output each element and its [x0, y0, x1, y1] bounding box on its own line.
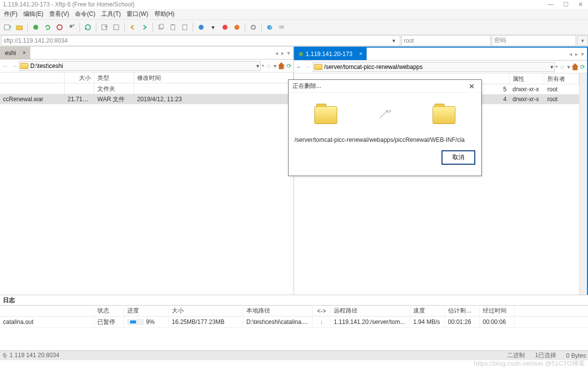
address-password[interactable]: 密码 [492, 35, 576, 46]
svg-point-5 [70, 25, 73, 28]
nav-back-icon[interactable]: ← [1, 62, 10, 70]
nav-fwd-icon[interactable]: → [10, 62, 19, 70]
th-size[interactable]: 大小 [169, 305, 243, 317]
reconnect-icon[interactable] [42, 22, 53, 33]
fwd-arrow-icon[interactable] [139, 22, 150, 33]
local-list-body[interactable]: ccRenewal.war 21.71MB WAR 文件 2019/4/12, … [0, 94, 294, 295]
status-bytes: 0 Bytes [566, 352, 586, 359]
cancel-button[interactable]: 取消 [441, 150, 475, 165]
gear-icon[interactable] [248, 22, 259, 33]
maximize-button[interactable]: ☐ [558, 0, 573, 9]
menu-bar: 件(F) 编辑(E) 查看(V) 命令(C) 工具(T) 窗口(W) 帮助(H) [0, 9, 588, 20]
log-panel-header[interactable]: 日志 [0, 295, 588, 306]
menu-view[interactable]: 查看(V) [46, 8, 72, 20]
close-button[interactable]: ✕ [573, 0, 588, 9]
close-icon[interactable]: × [359, 51, 362, 57]
address-url-text: sftp://1.119.141.20:8034 [3, 37, 68, 44]
svg-text:＋: ＋ [7, 23, 11, 30]
tab-menu-icon[interactable]: ▾ [581, 51, 584, 58]
connected-dot-icon [299, 52, 303, 56]
menu-edit[interactable]: 编辑(E) [20, 8, 46, 20]
open-icon[interactable] [14, 22, 25, 33]
svg-point-17 [222, 25, 227, 30]
svg-point-4 [57, 25, 62, 30]
col-attr[interactable]: 属性 [510, 73, 544, 84]
transfer-header: 状态 进度 大小 本地路径 <-> 远程路径 速度 估计剩余... 经过时间 [0, 306, 588, 317]
address-user[interactable]: root [401, 35, 491, 46]
col-type[interactable]: 类型 [94, 72, 134, 83]
refresh-small-icon[interactable]: ⟳ [580, 63, 585, 70]
nav-back-icon[interactable]: ← [295, 63, 304, 71]
new-session-icon[interactable]: ＋ [2, 22, 13, 33]
chevron-down-icon[interactable]: ▾ [390, 37, 398, 44]
chevron-down-icon[interactable]: ▾ [256, 63, 259, 69]
menu-command[interactable]: 命令(C) [72, 8, 98, 20]
refresh-icon[interactable] [82, 22, 93, 33]
tab-next-icon[interactable]: ▸ [575, 51, 578, 58]
disconnect-icon[interactable] [54, 22, 65, 33]
menu-help[interactable]: 帮助(H) [151, 8, 178, 20]
chat-icon[interactable] [276, 22, 287, 33]
svg-rect-22 [279, 25, 284, 29]
th-name[interactable] [0, 310, 94, 313]
address-dropdown-icon[interactable]: ▾ [577, 35, 588, 46]
svg-rect-12 [160, 24, 163, 28]
tab-next-icon[interactable]: ▸ [281, 50, 284, 57]
dialog-title: 正在删除... [293, 82, 466, 90]
connect-green-icon[interactable] [30, 22, 41, 33]
orange-icon[interactable] [231, 22, 242, 33]
minimize-button[interactable]: — [543, 0, 558, 9]
add-user-icon[interactable] [66, 22, 77, 33]
local-tab[interactable]: eshi × [0, 47, 30, 59]
globe-dropdown-icon[interactable]: ▾ [208, 22, 219, 33]
menu-tools[interactable]: 工具(T) [98, 8, 124, 20]
col-name[interactable] [0, 72, 65, 83]
copy-icon[interactable] [155, 22, 166, 33]
globe-icon[interactable] [196, 22, 207, 33]
back-arrow-icon[interactable] [127, 22, 138, 33]
address-url[interactable]: sftp://1.119.141.20:8034 ▾ [1, 35, 400, 46]
close-icon[interactable]: × [23, 50, 26, 56]
col-mtime[interactable]: 修改时间 [134, 72, 294, 83]
th-dir[interactable]: <-> [313, 306, 331, 316]
menu-file[interactable]: 件(F) [1, 8, 20, 20]
th-progress[interactable]: 进度 [124, 305, 169, 317]
tab-menu-icon[interactable]: ▾ [287, 50, 290, 57]
local-tab-label: eshi [5, 50, 16, 57]
star-icon[interactable]: ☆ [559, 63, 566, 71]
toolbar: ＋ + ▾ ? [0, 20, 588, 35]
paste-icon[interactable] [167, 22, 178, 33]
home-icon[interactable] [278, 63, 285, 69]
list-item[interactable]: ccRenewal.war 21.71MB WAR 文件 2019/4/12, … [0, 94, 294, 104]
col-owner[interactable]: 所有者 [544, 73, 579, 84]
local-path-input[interactable]: ▾ [19, 61, 261, 71]
props-icon[interactable] [111, 22, 122, 33]
tab-prev-icon[interactable]: ◂ [569, 51, 572, 58]
clipboard-icon[interactable] [179, 22, 190, 33]
remote-path-input[interactable]: ▾ [313, 62, 555, 72]
col-size[interactable]: 大小 [65, 72, 94, 83]
home-icon[interactable] [572, 63, 579, 70]
scrollbar[interactable] [579, 73, 587, 295]
star-icon[interactable]: ☆ [266, 62, 272, 70]
th-eta[interactable]: 估计剩余... [445, 305, 480, 317]
close-icon[interactable]: ✕ [466, 81, 477, 92]
remote-tab-label: 1.119.141.20-173 [306, 51, 353, 58]
remote-tab[interactable]: 1.119.141.20-173 × [294, 48, 367, 60]
menu-window[interactable]: 窗口(W) [124, 8, 151, 20]
help-icon[interactable]: ? [264, 22, 275, 33]
nav-fwd-icon[interactable]: → [304, 63, 313, 71]
tab-prev-icon[interactable]: ◂ [275, 50, 278, 57]
stop-red-icon[interactable] [220, 22, 230, 33]
th-local[interactable]: 本地路径 [243, 305, 313, 317]
chevron-down-icon[interactable]: ▾ [550, 63, 553, 70]
svg-rect-10 [114, 25, 119, 30]
th-remote[interactable]: 远程路径 [331, 305, 410, 317]
th-status[interactable]: 状态 [94, 305, 124, 317]
transfer-row[interactable]: catalina.out 已暂停 9% 16.25MB/177.23MB D:\… [0, 317, 588, 327]
new-window-icon[interactable]: + [99, 22, 110, 33]
address-user-text: root [404, 37, 414, 44]
th-speed[interactable]: 速度 [410, 305, 445, 317]
th-elapsed[interactable]: 经过时间 [480, 305, 514, 317]
refresh-small-icon[interactable]: ⟳ [287, 63, 292, 69]
